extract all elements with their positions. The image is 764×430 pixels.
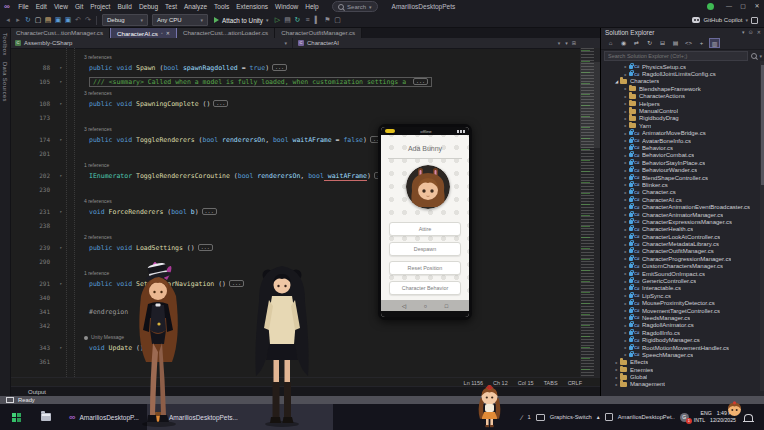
fold-arrow-icon[interactable]: ▸ — [55, 61, 67, 75]
minimap-scrollbar[interactable] — [580, 48, 600, 377]
redo-icon[interactable]: ↷ — [83, 13, 93, 27]
menu-item-test[interactable]: Test — [162, 0, 181, 13]
code-line-174[interactable]: 174▸public void ToggleRenderers (bool re… — [10, 133, 580, 147]
sync-namespaces-icon[interactable]: ⇄ — [631, 38, 642, 48]
notifications-bell-icon[interactable] — [744, 414, 753, 421]
tree-item-characterhealth-cs[interactable]: ▸C#CharacterHealth.cs — [601, 226, 764, 233]
tree-item-character-cs[interactable]: ▸C#Character.cs — [601, 189, 764, 196]
notification-badge-icon[interactable]: G — [680, 413, 689, 422]
editor-status-crlf[interactable]: CRLF — [568, 380, 582, 386]
collapsed-body-ellipsis[interactable]: ... — [213, 100, 228, 107]
scrollbar-thumb[interactable] — [761, 65, 764, 185]
tree-item-characteranimatormanager-cs[interactable]: ▸C#CharacterAnimatorManager.cs — [601, 211, 764, 218]
tree-item-behaviorstayinplace-cs[interactable]: ▸C#BehaviorStayInPlace.cs — [601, 159, 764, 166]
tree-item-emitsoundonimpact-cs[interactable]: ▸C#EmitSoundOnImpact.cs — [601, 270, 764, 277]
tab-characteroutfitmanager-cs[interactable]: CharacterOutfitManager.cs — [275, 27, 362, 38]
tree-item-management[interactable]: ▸Management — [601, 381, 764, 387]
expander-icon[interactable]: ▸ — [622, 94, 629, 99]
expander-icon[interactable]: ▸ — [622, 227, 629, 232]
background-tasks-icon[interactable] — [6, 397, 14, 403]
code-line-88[interactable]: 88▸public void Spawn (bool spawnRagdolle… — [10, 61, 580, 75]
solution-configuration-dropdown[interactable]: Debug ▾ — [102, 14, 148, 26]
view-code-icon[interactable]: <> — [683, 38, 694, 48]
solution-search-input[interactable] — [604, 51, 748, 61]
undo-icon[interactable]: ↶ — [73, 13, 83, 27]
nav-home-icon[interactable]: ○ — [424, 303, 427, 309]
menu-item-help[interactable]: Help — [302, 0, 322, 13]
code-line-202[interactable]: 202▸IEnumerator ToggleRenderersCoroutine… — [10, 169, 580, 183]
type-dropdown[interactable]: C CharacterAI ▾ — [293, 38, 565, 48]
tab-charactercust-tionmanager-cs[interactable]: CharacterCust...tionManager.cs — [10, 27, 110, 38]
codelens-references[interactable]: 3 references — [62, 53, 112, 61]
expander-icon[interactable]: ▸ — [622, 72, 629, 77]
nav-forward-icon[interactable]: ▸ — [13, 13, 23, 27]
start-without-debugging-icon[interactable]: ▷ — [272, 13, 282, 27]
home-icon[interactable]: ⌂ — [605, 38, 616, 48]
expander-icon[interactable]: ▸ — [622, 197, 629, 202]
tree-item-ragdollanimator-cs[interactable]: ▸C#RagdollAnimator.cs — [601, 322, 764, 329]
expander-icon[interactable]: ▸ — [613, 382, 620, 387]
solution-scrollbar[interactable] — [760, 61, 764, 391]
collapsed-comment-region[interactable]: /// <summary> Called when a model is ful… — [89, 77, 432, 87]
tray-app-label[interactable]: AmariliosDesktopPet.. — [618, 414, 675, 420]
expander-icon[interactable]: ▸ — [613, 360, 620, 365]
code-line-105[interactable]: 105▸/// <summary> Called when a model is… — [10, 75, 580, 89]
expander-icon[interactable]: ▸ — [622, 101, 629, 106]
fold-arrow-icon[interactable]: ▸ — [55, 169, 67, 183]
new-file-icon[interactable]: ▢ — [33, 13, 43, 27]
pet-avatar[interactable] — [406, 165, 450, 209]
tree-item-blendshapecontroller-cs[interactable]: ▸C#BlendShapeController.cs — [601, 174, 764, 181]
tree-item-global[interactable]: ▸Global — [601, 373, 764, 380]
tree-item-characterai-cs[interactable]: ▸C#CharacterAI.cs — [601, 196, 764, 203]
hot-reload-icon[interactable]: ↻ — [23, 13, 33, 27]
codelens-references[interactable]: 3 references — [62, 89, 112, 97]
expander-icon[interactable]: ▸ — [622, 234, 629, 239]
codelens-references[interactable]: 2 references — [62, 233, 112, 241]
tree-item-customcharactersmanager-cs[interactable]: ▸C#CustomCharactersManager.cs — [601, 263, 764, 270]
fold-arrow-icon[interactable]: ▸ — [55, 241, 67, 255]
tree-item-avatarboneinfo-cs[interactable]: ▸C#AvatarBoneInfo.cs — [601, 137, 764, 144]
tree-item-speechmanager-cs[interactable]: ▸C#SpeechManager.cs — [601, 351, 764, 358]
pin-icon[interactable]: ◦ — [161, 30, 163, 36]
menu-item-analyze[interactable]: Analyze — [180, 0, 210, 13]
save-all-icon[interactable]: ▣ — [63, 13, 73, 27]
expander-icon[interactable]: ▸ — [622, 138, 629, 143]
maximize-button[interactable]: ▢ — [736, 0, 750, 13]
expander-icon[interactable]: ▸ — [622, 145, 629, 150]
collapsed-body-ellipsis[interactable]: ... — [229, 280, 244, 287]
expander-icon[interactable]: ▸ — [622, 64, 629, 69]
close-button[interactable]: ✕ — [750, 0, 764, 13]
tree-item-rigidbodydrag[interactable]: ▸RigidbodyDrag — [601, 115, 764, 122]
expander-icon[interactable]: ▸ — [622, 279, 629, 284]
expander-icon[interactable]: ▸ — [622, 249, 629, 254]
phone-button-despawn[interactable]: Despawn — [389, 242, 461, 256]
chevron-down-icon[interactable]: ▾ — [759, 53, 762, 59]
fold-arrow-icon[interactable]: ▸ — [55, 205, 67, 219]
attach-to-unity-button[interactable]: Attach to Unity ▾ — [214, 17, 268, 24]
refresh-icon[interactable]: ↻ — [644, 38, 655, 48]
collapse-all-icon[interactable]: ⊟ — [657, 38, 668, 48]
expander-icon[interactable]: ▸ — [622, 293, 629, 298]
search-box[interactable]: Search ▾ — [332, 1, 378, 12]
tree-item-yarn[interactable]: ▸Yarn — [601, 122, 764, 129]
collapsed-body-ellipsis[interactable]: ... — [198, 244, 213, 251]
phone-button-reset-position[interactable]: Reset Position — [389, 261, 461, 275]
restart-icon[interactable]: ↻ — [292, 13, 302, 27]
pen-tool-icon[interactable]: ∕ — [521, 414, 522, 421]
expander-icon[interactable]: ▸ — [622, 160, 629, 165]
expander-icon[interactable]: ▸ — [622, 182, 629, 187]
editor-status-col[interactable]: Col 15 — [518, 380, 534, 386]
expander-icon[interactable]: ▸ — [622, 264, 629, 269]
expander-icon[interactable]: ▸ — [622, 109, 629, 114]
tray-pet-face[interactable] — [726, 401, 743, 416]
tray-expand-arrow-icon[interactable]: ▴ — [597, 414, 600, 420]
tree-item-physicssetup-cs[interactable]: ▸C#PhysicsSetup.cs — [601, 63, 764, 70]
nav-backward-icon[interactable]: ◂ — [3, 13, 13, 27]
show-all-files-icon[interactable]: ▤ — [670, 38, 681, 48]
codelens-references[interactable]: 1 reference — [62, 161, 109, 169]
fold-arrow-icon[interactable]: ▸ — [55, 277, 67, 291]
expander-icon[interactable]: ▸ — [622, 352, 629, 357]
pet-name-field[interactable]: Ada Bunny — [381, 145, 469, 152]
start-button[interactable] — [12, 413, 21, 422]
expander-icon[interactable]: ▸ — [622, 205, 629, 210]
